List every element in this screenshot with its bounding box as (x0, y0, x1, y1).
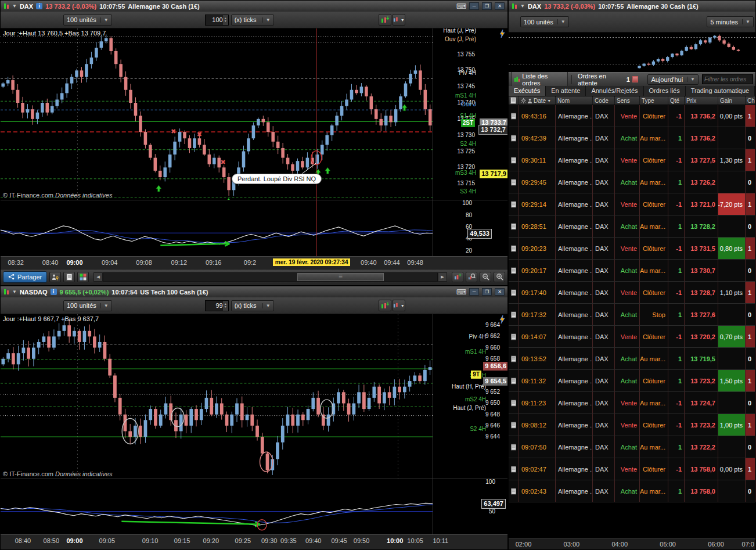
column-header-date[interactable]: Date ▼ (519, 96, 556, 105)
right-dax-titlebar[interactable]: ▼ DAX 13 733,2 (-0,03%) 10:07:55 Allemag… (509, 1, 755, 12)
add-indicator-button[interactable]: + (379, 300, 391, 311)
order-row[interactable]: 09:30:11Allemagne ...DAXVenteClôturer-11… (509, 149, 755, 171)
period-combo[interactable]: Aujourd'hui▼ (647, 74, 699, 85)
chevron-down-icon[interactable]: ▼ (520, 3, 525, 9)
dax-titlebar[interactable]: ▼ DAX i 13 733,2 (-0,03%) 10:07:55 Allem… (1, 1, 507, 12)
order-row[interactable]: 09:11:32Allemagne ...DAXAchatClôturer113… (509, 370, 755, 392)
zoom-select-button[interactable] (466, 272, 477, 282)
order-row[interactable]: 09:17:32Allemagne ...DAXAchatStop113 727… (509, 304, 755, 326)
order-row[interactable]: 09:08:12Allemagne ...DAXVenteClôturer-11… (509, 414, 755, 436)
column-header-nom[interactable]: Nom (556, 96, 593, 105)
column-header-sens[interactable]: Sens (615, 96, 640, 105)
dax-candlestick-plot[interactable]: ✖✖✖ Jour :+Haut 13 760,5 +Bas 13 709,7 P… (1, 28, 433, 200)
dax-price-axis[interactable]: 13 75513 75013 74513 74013 73513 73013 7… (433, 28, 508, 200)
order-row[interactable]: 09:02:43Allemagne ...DAXAchatAu mar...11… (509, 480, 755, 502)
chevron-down-icon[interactable]: ▼ (12, 289, 17, 294)
share-button[interactable]: Partager (3, 271, 47, 283)
orders-tab-5[interactable]: Trading automatique (686, 86, 755, 96)
orders-list-tab[interactable]: Liste des ordres (511, 71, 568, 88)
scroll-left-button[interactable]: ◀ (93, 272, 103, 282)
column-header-gain[interactable]: Gain (718, 96, 746, 105)
nasdaq-titlebar[interactable]: ▼ NASDAQ i 9 655,5 (+0,02%) 10:07:54 US … (1, 286, 507, 297)
broker-access-button[interactable] (49, 272, 61, 282)
chart-style-button[interactable]: ▼ (393, 14, 405, 26)
close-button[interactable]: ✕ (495, 2, 505, 10)
order-row[interactable]: 09:43:16Allemagne ...DAXVenteClôturer-11… (509, 105, 755, 127)
column-header-prix[interactable]: Prix (685, 96, 718, 105)
maximize-button[interactable]: ❐ (482, 2, 492, 10)
workspace-button[interactable] (77, 272, 89, 282)
order-row[interactable]: 09:11:23Allemagne ...DAXVenteAu mar...-1… (509, 392, 755, 414)
timeframe-combo[interactable]: (x) ticks▼ (231, 15, 274, 26)
detach-chart-button[interactable]: + (452, 272, 463, 282)
instrument-symbol[interactable]: DAX (20, 3, 33, 10)
orders-tab-3[interactable]: Annulés/Rejetés (586, 86, 643, 96)
right-mini-candlestick-plot[interactable] (509, 33, 755, 72)
nasdaq-rsi-axis[interactable]: 1005063,497 (433, 479, 508, 535)
keyboard-icon[interactable]: ⌨ (456, 2, 466, 10)
units-combo[interactable]: 100 unités▼ (63, 15, 112, 26)
ticks-count-input[interactable] (206, 16, 223, 23)
column-header-code[interactable]: Code (593, 96, 615, 105)
dax-rsi-axis[interactable]: 1008060402049,533 (433, 200, 508, 257)
units-combo[interactable]: 100 unités▼ (520, 16, 569, 27)
dax-time-axis[interactable]: 08:3208:4009:0009:0409:0809:1209:1609:20… (1, 256, 507, 269)
order-row[interactable]: 09:28:51Allemagne ...DAXAchatAu mar...11… (509, 215, 755, 238)
filter-orders-input[interactable] (702, 74, 753, 84)
order-row[interactable]: 09:14:07Allemagne ...DAXVenteClôturer-11… (509, 326, 755, 348)
ticks-count-input[interactable] (206, 302, 223, 309)
units-combo[interactable]: 100 unités▼ (63, 300, 112, 311)
close-button[interactable]: ✕ (495, 288, 505, 296)
ticks-count-stepper[interactable]: ▲▼ (205, 15, 229, 26)
chevron-down-icon[interactable]: ▼ (12, 3, 17, 9)
nasdaq-price-axis[interactable]: 9 6649 6629 6609 6589 6529 6509 6489 646… (433, 314, 508, 479)
timeframe-combo[interactable]: (x) ticks▼ (231, 300, 274, 311)
orders-tab-1[interactable]: Exécutés (509, 86, 546, 96)
info-icon[interactable]: i (36, 3, 42, 9)
zoom-out-button[interactable] (480, 272, 491, 282)
timeframe-combo[interactable]: 5 minutes▼ (707, 16, 754, 27)
layout-icon[interactable] (632, 76, 638, 82)
person-key-icon (52, 274, 59, 281)
right-time-axis[interactable]: 02:0003:0004:0005:0006:0007:0 (509, 538, 755, 549)
orders-table-header[interactable]: Date ▼NomCodeSensTypeQtéPrixGainChg (509, 96, 755, 105)
chart-annotation[interactable]: Perdant. Loupé Div RSI NQ (232, 174, 322, 184)
nasdaq-candlestick-plot[interactable]: Jour :+Haut 9 667,7 +Bas 9 637,7 © IT-Fi… (1, 314, 433, 479)
zoom-in-button[interactable] (494, 272, 505, 282)
minimize-button[interactable]: ─ (469, 288, 479, 296)
scrollbar-track[interactable]: ☰ (103, 272, 438, 282)
column-header-type[interactable]: Type (640, 96, 668, 105)
maximize-button[interactable]: ❐ (482, 288, 492, 296)
order-row[interactable]: 09:20:23Allemagne ...DAXVenteClôturer-11… (509, 238, 755, 260)
realtime-bolt-icon[interactable] (499, 30, 505, 39)
instrument-symbol[interactable]: DAX (528, 3, 541, 10)
info-icon[interactable]: i (51, 289, 57, 295)
keyboard-icon[interactable]: ⌨ (456, 288, 466, 296)
add-indicator-button[interactable]: + (379, 14, 391, 26)
minimize-button[interactable]: ─ (469, 2, 479, 10)
order-row[interactable]: 09:42:39Allemagne ...DAXAchatAu mar...11… (509, 127, 755, 149)
order-row[interactable]: 09:29:14Allemagne ...DAXVenteClôturer-11… (509, 193, 755, 215)
column-header-chg[interactable]: Chg (746, 96, 755, 105)
chart-style-button[interactable]: ▼ (393, 300, 405, 311)
report-button[interactable] (63, 272, 75, 282)
order-row[interactable]: 09:17:40Allemagne ...DAXVenteClôturer-11… (509, 282, 755, 304)
column-header-qté[interactable]: Qté (668, 96, 685, 105)
order-row[interactable]: 09:07:50Allemagne ...DAXAchatAu mar...11… (509, 436, 755, 458)
order-row[interactable]: 09:02:47Allemagne ...DAXVenteClôturer-11… (509, 458, 755, 480)
order-row[interactable]: 09:29:45Allemagne ...DAXAchatAu mar...11… (509, 171, 755, 193)
order-row[interactable]: 09:13:52Allemagne ...DAXAchatAu mar...11… (509, 348, 755, 370)
orders-tab-2[interactable]: En attente (546, 86, 586, 96)
pending-orders-tab[interactable]: Ordres en attente 1 (575, 71, 640, 88)
ticks-count-stepper[interactable]: ▲▼ (205, 300, 229, 311)
nasdaq-rsi-plot[interactable] (1, 479, 433, 535)
scroll-right-button[interactable]: ▶ (438, 272, 447, 282)
chart-scrollbar[interactable]: ◀ ☰ ▶ (93, 272, 447, 282)
scrollbar-thumb[interactable]: ☰ (297, 273, 384, 281)
instrument-symbol[interactable]: NASDAQ (20, 289, 48, 296)
order-row[interactable]: 09:20:17Allemagne ...DAXAchatAu mar...11… (509, 260, 755, 282)
realtime-bolt-icon[interactable] (499, 315, 505, 325)
orders-tab-4[interactable]: Ordres liés (644, 86, 686, 96)
nasdaq-time-axis[interactable]: 08:4008:5009:0009:0509:1009:1509:2009:25… (1, 534, 507, 550)
dax-rsi-plot[interactable] (1, 200, 433, 257)
